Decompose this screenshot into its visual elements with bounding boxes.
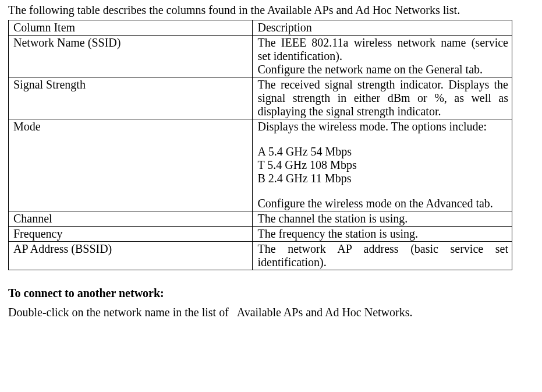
intro-text: The following table describes the column… bbox=[8, 3, 537, 17]
table-row: Channel The channel the station is using… bbox=[9, 211, 512, 227]
mode-opt-b: B 2.4 GHz 11 Mbps bbox=[257, 172, 508, 185]
cell-desc-channel: The channel the station is using. bbox=[253, 211, 512, 227]
table-row: Mode Displays the wireless mode. The opt… bbox=[9, 119, 512, 211]
connect-paragraph: Double-click on the network name in the … bbox=[8, 306, 537, 319]
table-header-row: Column Item Description bbox=[9, 20, 512, 36]
cell-desc-signal: The received signal strength indicator. … bbox=[253, 77, 512, 119]
cell-desc-frequency: The frequency the station is using. bbox=[253, 227, 512, 242]
spacer bbox=[257, 133, 508, 145]
cell-item-ap: AP Address (BSSID) bbox=[9, 242, 253, 270]
table-row: Network Name (SSID) The IEEE 802.11a wir… bbox=[9, 36, 512, 77]
mode-opt-a: A 5.4 GHz 54 Mbps bbox=[257, 145, 508, 158]
table-row: Frequency The frequency the station is u… bbox=[9, 227, 512, 242]
table-row: Signal Strength The received signal stre… bbox=[9, 77, 512, 119]
cell-desc-mode: Displays the wireless mode. The options … bbox=[253, 119, 512, 211]
cell-item-frequency: Frequency bbox=[9, 227, 253, 242]
table-row: AP Address (BSSID) The network AP addres… bbox=[9, 242, 512, 270]
mode-desc-p2: Configure the wireless mode on the Advan… bbox=[257, 197, 508, 210]
ssid-desc-p2: Configure the network name on the Genera… bbox=[257, 63, 508, 76]
mode-opt-t: T 5.4 GHz 108 Mbps bbox=[257, 158, 508, 172]
ssid-desc-p1: The IEEE 802.11a wireless network name (… bbox=[257, 36, 508, 63]
connect-heading: To connect to another network: bbox=[8, 287, 537, 300]
header-column-item: Column Item bbox=[9, 20, 253, 36]
cell-desc-ap: The network AP address (basic service se… bbox=[253, 242, 512, 270]
cell-item-signal: Signal Strength bbox=[9, 77, 253, 119]
cell-item-mode: Mode bbox=[9, 119, 253, 211]
columns-table: Column Item Description Network Name (SS… bbox=[8, 20, 512, 270]
spacer bbox=[257, 185, 508, 197]
header-description: Description bbox=[253, 20, 512, 36]
cell-desc-ssid: The IEEE 802.11a wireless network name (… bbox=[253, 36, 512, 77]
mode-desc-p1: Displays the wireless mode. The options … bbox=[257, 120, 508, 133]
cell-item-channel: Channel bbox=[9, 211, 253, 227]
cell-item-ssid: Network Name (SSID) bbox=[9, 36, 253, 77]
